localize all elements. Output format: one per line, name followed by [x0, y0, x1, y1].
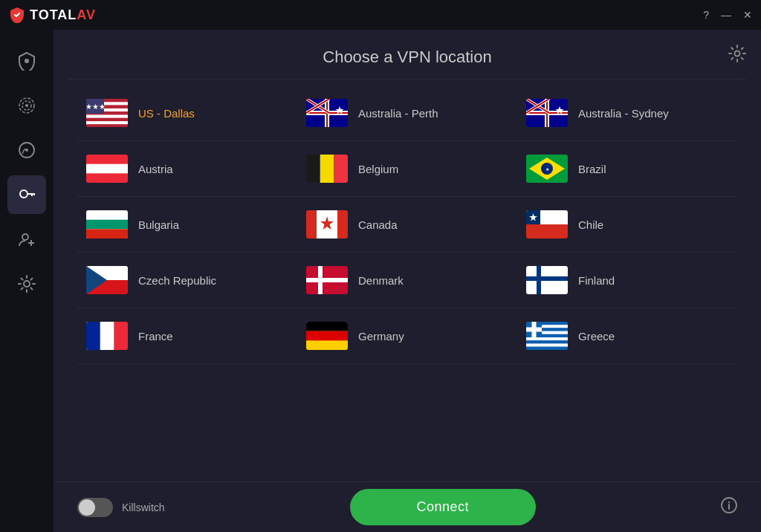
flag-be [306, 155, 348, 183]
connect-button[interactable]: Connect [350, 489, 537, 525]
killswitch-label: Killswitch [122, 502, 165, 513]
svg-rect-21 [86, 115, 128, 118]
logo-text: TOTALAV [30, 7, 96, 23]
flag-dk [306, 266, 348, 294]
location-name-greece: Greece [578, 330, 615, 343]
location-item-greece[interactable]: Greece [517, 308, 737, 364]
svg-rect-79 [306, 322, 348, 331]
location-item-chile[interactable]: Chile [517, 197, 737, 253]
flag-au [306, 99, 348, 127]
location-name-au-sydney: Australia - Sydney [578, 107, 669, 120]
flag-gr [526, 322, 568, 350]
location-name-brazil: Brazil [578, 163, 606, 175]
svg-rect-50 [320, 155, 334, 183]
sidebar-item-add-user[interactable] [7, 220, 46, 259]
svg-rect-24 [86, 124, 128, 127]
location-name-denmark: Denmark [358, 274, 404, 287]
killswitch-toggle[interactable] [77, 498, 113, 517]
flag-cl [526, 210, 568, 239]
content-header: Choose a VPN location [54, 30, 761, 79]
location-item-au-perth[interactable]: Australia - Perth [297, 85, 517, 141]
location-item-brazil[interactable]: ★ Brazil [517, 141, 737, 197]
svg-point-10 [22, 234, 28, 240]
key-icon [17, 185, 36, 204]
page-title: Choose a VPN location [323, 48, 491, 67]
location-name-france: France [138, 330, 173, 343]
svg-rect-71 [306, 278, 348, 282]
flag-bg [86, 210, 128, 239]
flag-fr [86, 322, 128, 350]
minimize-button[interactable]: — [721, 10, 731, 20]
flag-br: ★ [526, 155, 568, 183]
location-item-finland[interactable]: Finland [517, 253, 737, 308]
titlebar: TOTALAV ? — ✕ [0, 0, 761, 30]
close-button[interactable]: ✕ [743, 10, 752, 20]
flag-cz [86, 266, 128, 294]
flag-ca [306, 210, 348, 239]
location-name-canada: Canada [358, 218, 398, 231]
location-item-france[interactable]: France [77, 308, 297, 364]
flag-fi [526, 266, 568, 294]
location-item-canada[interactable]: Canada [297, 197, 517, 253]
toggle-knob [79, 499, 95, 516]
svg-point-5 [25, 149, 28, 152]
logo-shield-icon [9, 7, 25, 23]
svg-rect-74 [526, 276, 568, 281]
location-item-bulgaria[interactable]: Bulgaria [77, 197, 297, 253]
svg-rect-57 [86, 220, 128, 230]
svg-rect-89 [526, 343, 568, 346]
location-item-au-sydney[interactable]: Australia - Sydney [517, 85, 737, 141]
location-grid: ★★★ US - Dallas Australia - Perth Austra… [77, 85, 737, 364]
sidebar-item-speedometer[interactable] [7, 131, 46, 169]
content-area: Choose a VPN location ★★★ US - Dallas [54, 30, 761, 532]
location-item-germany[interactable]: Germany [297, 308, 517, 364]
location-name-finland: Finland [578, 274, 615, 287]
location-name-au-perth: Australia - Perth [358, 107, 438, 120]
svg-text:★: ★ [545, 167, 549, 172]
svg-point-14 [735, 51, 740, 56]
location-item-denmark[interactable]: Denmark [297, 253, 517, 308]
flag-at [86, 155, 128, 183]
sidebar-item-settings[interactable] [7, 265, 46, 303]
footer: Killswitch Connect [54, 481, 761, 532]
gear-icon-header [728, 45, 746, 62]
app-logo: TOTALAV [9, 7, 96, 23]
svg-rect-93 [526, 328, 542, 332]
location-item-us-dallas[interactable]: ★★★ US - Dallas [77, 85, 297, 141]
svg-point-96 [728, 502, 730, 503]
svg-rect-23 [86, 121, 128, 124]
svg-rect-58 [86, 229, 128, 239]
svg-rect-48 [86, 164, 128, 174]
location-item-czech-republic[interactable]: Czech Republic [77, 253, 297, 308]
sidebar [0, 30, 54, 532]
shield-icon [17, 51, 36, 71]
app-body: Choose a VPN location ★★★ US - Dallas [0, 30, 761, 532]
svg-rect-90 [526, 347, 568, 350]
location-name-belgium: Belgium [358, 163, 398, 175]
location-name-us-dallas: US - Dallas [138, 107, 195, 120]
svg-text:★★★: ★★★ [86, 103, 106, 111]
help-button[interactable]: ? [703, 10, 709, 20]
speedometer-icon [17, 140, 36, 160]
window-controls: ? — ✕ [703, 10, 752, 20]
location-name-chile: Chile [578, 218, 603, 231]
sidebar-item-fingerprint[interactable] [7, 86, 46, 125]
add-user-icon [17, 230, 36, 249]
location-name-austria: Austria [138, 163, 173, 175]
location-name-bulgaria: Bulgaria [138, 218, 179, 231]
logo-av: AV [77, 7, 96, 22]
settings-icon[interactable] [728, 45, 746, 67]
sidebar-item-shield[interactable] [7, 42, 46, 80]
sidebar-item-vpn[interactable] [7, 175, 46, 214]
flag-us: ★★★ [86, 99, 128, 127]
location-list[interactable]: ★★★ US - Dallas Australia - Perth Austra… [54, 80, 761, 481]
location-item-belgium[interactable]: Belgium [297, 141, 517, 197]
svg-rect-88 [526, 340, 568, 343]
location-item-austria[interactable]: Austria [77, 141, 297, 197]
info-icon[interactable] [721, 497, 737, 517]
svg-rect-77 [86, 322, 100, 350]
fingerprint-icon [17, 96, 36, 115]
info-circle-icon [721, 497, 737, 513]
svg-point-13 [24, 281, 30, 287]
svg-rect-51 [334, 155, 348, 183]
